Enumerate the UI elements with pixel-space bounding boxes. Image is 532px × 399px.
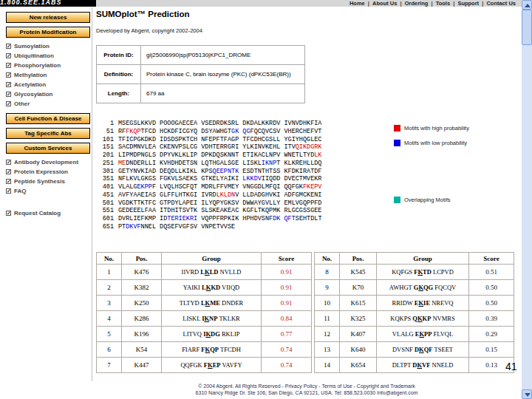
logo-text: 1.800.SEE.1ABS	[0, 0, 96, 6]
sidebar-button-cell-function-disease[interactable]: Cell Function & Disease	[6, 113, 90, 124]
legend-color-swatch	[394, 125, 400, 132]
nav-link-about-us[interactable]: About Us	[372, 0, 397, 7]
cell-group: DVSNF DKQF TSEET	[377, 342, 469, 358]
checkbox-icon: ✓	[6, 53, 11, 58]
nav-link-ordering[interactable]: Ordering	[405, 0, 429, 7]
nav-link-home[interactable]: Home	[349, 0, 365, 7]
checkbox-icon: ✓	[6, 44, 11, 49]
nav-link-contact-us[interactable]: Contact Us	[486, 0, 516, 7]
scrollbar-thumb[interactable]	[522, 10, 532, 45]
cell-score: 0.50	[469, 296, 514, 311]
cell-group: IIVRD LKLD NVLLD	[162, 265, 262, 280]
table-header-row: No.Pos.GroupScore	[315, 253, 514, 265]
sequence-line: 51RFFKQPTFCD HCKDFICGYQ DSYAWHGTGK QGFQC…	[96, 128, 322, 136]
sidebar-item-protein-expression[interactable]: ✓Protein Expression	[6, 167, 90, 177]
cell-pos: K286	[122, 311, 162, 327]
sidebar-item-label: Glycosylation	[14, 91, 52, 98]
column-header-no: No.	[315, 253, 340, 265]
sidebar-item-peptide-synthesis[interactable]: ✓Peptide Synthesis	[6, 177, 90, 186]
cell-no: 5	[97, 327, 122, 342]
sidebar-item-label: Methylation	[14, 72, 47, 78]
cell-group: LITVQ IKDG RKLIP	[162, 327, 262, 342]
checkbox-icon: ✓	[6, 160, 11, 165]
cell-group: KQKPS QKKP NVMRS	[377, 311, 469, 327]
sidebar-item-ubiquitination[interactable]: ✓Ubiquitination	[6, 51, 90, 61]
sidebar-button-new-releases[interactable]: New releases	[6, 12, 90, 23]
cell-pos: K640	[340, 342, 377, 358]
sequence-line: 151SACDMNVLEA CKENVPSLCG VDHTERRGRI YLKI…	[96, 143, 322, 151]
arrow-down-icon	[525, 393, 531, 397]
info-value: gi|25006990|sp|P05130|KPC1_DROME	[141, 46, 305, 65]
legend-item-overlapping-motifs: Overlapping Motifs	[394, 197, 451, 203]
legend-label: Motifs with low probability	[404, 140, 467, 146]
cell-pos: K54	[122, 342, 162, 358]
sequence-residues: PTDKVFNNEL DQSEFVGFSV VNPETVVSE	[118, 223, 235, 231]
sequence-residues: VGDKTTKTFC GTPDYLAPEI ILYQPYGKSV DWWAYGV…	[118, 200, 321, 208]
sequence-line-number: 251	[96, 160, 114, 168]
checkbox-icon: ✓	[6, 169, 11, 174]
sidebar-item-request-catalog[interactable]: ✓Request Catalog	[6, 208, 90, 218]
slide-page-number: 41	[505, 361, 517, 372]
cell-pos: K476	[122, 265, 162, 280]
table-row: 11K325KQKPS QKKP NVMRS0.39	[315, 311, 514, 327]
column-header-group: Group	[377, 253, 469, 265]
cell-no: 13	[315, 342, 340, 358]
cell-pos: K615	[340, 296, 377, 311]
scrollbar[interactable]	[522, 0, 532, 399]
sequence-residues: DVRLIEFKMP IDTERIEKRI VQPPFRPKIK HPHDVSN…	[118, 215, 322, 223]
cell-score: 0.51	[469, 265, 514, 280]
cell-pos: K407	[340, 327, 377, 342]
slide: Home | About Us | Ordering | Tools | Sup…	[0, 0, 532, 399]
cell-group: YAIKI LKKD VIIQD	[162, 280, 262, 296]
sequence-line-number: 401	[96, 183, 114, 191]
legend-color-swatch	[394, 197, 400, 203]
info-row: Length:679 aa	[97, 84, 305, 103]
sidebar-item-glycosylation[interactable]: ✓Glycosylation	[6, 89, 90, 99]
sidebar-button-custom-services[interactable]: Custom Services	[6, 143, 90, 154]
table-row: 2K382YAIKI LKKD VIIQD0.91	[97, 280, 312, 296]
nav-link-tools[interactable]: Tools	[436, 0, 450, 7]
sidebar-item-methylation[interactable]: ✓Methylation	[6, 70, 90, 80]
column-header-pos: Pos.	[340, 253, 377, 265]
cell-group: LISKL IKNP TKLKR	[162, 311, 262, 327]
nav-separator: |	[450, 0, 457, 7]
cell-pos: K325	[340, 311, 377, 327]
checkbox-icon: ✓	[6, 82, 11, 87]
sequence-residues: GETYNVKIAD DEQDLLKIKL KPSQEEPNTK ESDTNTH…	[118, 168, 321, 176]
info-row: Protein ID:gi|25006990|sp|P05130|KPC1_DR…	[97, 46, 305, 65]
cell-no: 14	[315, 358, 340, 373]
sequence-residues: LIPMDPNGLS DPYVKLKLIP DPKDQSKNNT ETIKACL…	[118, 151, 321, 160]
sidebar-item-acetylation[interactable]: ✓Acetylation	[6, 80, 90, 89]
scroll-up-icon[interactable]	[522, 0, 532, 10]
sidebar-item-sumoylation[interactable]: ✓Sumoylation	[6, 41, 90, 51]
cell-group: DLTPT DKVF NNELD	[377, 358, 469, 373]
checkbox-icon: ✓	[6, 211, 11, 216]
sequence-line: 351NFLKVLGKGS FGKVLSAEKS GTKELYAIKI LKKD…	[96, 175, 322, 183]
cell-score: 0.91	[262, 265, 312, 280]
cell-group: VLALG EKPP FLVQL	[377, 327, 469, 342]
footer-line-2: 6310 Nancy Ridge Dr. Ste 106, San Diego,…	[96, 389, 517, 396]
footer: © 2004 Abgent. All Rights Reserved - Pri…	[96, 383, 517, 396]
sequence-line: 651PTDKVFNNEL DQSEFVGFSV VNPETVVSE	[96, 223, 322, 231]
sidebar: New releasesProtein Modification✓Sumoyla…	[6, 12, 90, 218]
cell-no: 10	[315, 296, 340, 311]
cell-no: 6	[97, 342, 122, 358]
cell-pos: K447	[122, 358, 162, 373]
sidebar-item-other[interactable]: ✓Other	[6, 99, 90, 109]
column-header-pos: Pos.	[122, 253, 162, 265]
sidebar-item-label: Other	[14, 100, 30, 107]
sequence-residues: VLALGEKPPF LVQLHSCFQT MDRLFFVMEY VNGGDLM…	[118, 183, 321, 191]
sidebar-button-protein-modification[interactable]: Protein Modification	[6, 27, 90, 38]
sidebar-item-faq[interactable]: ✓FAQ	[6, 186, 90, 196]
sidebar-item-phosphorylation[interactable]: ✓Phosphorylation	[6, 61, 90, 70]
cell-group: AWHGT GKQG FQCQV	[377, 280, 469, 296]
scroll-down-icon[interactable]	[522, 389, 532, 399]
checkbox-icon: ✓	[6, 101, 11, 106]
sidebar-button-tag-specific-abs[interactable]: Tag Specific Abs	[6, 128, 90, 139]
sidebar-item-antibody-development[interactable]: ✓Antibody Development	[6, 157, 90, 167]
sequence-line-number: 351	[96, 175, 114, 183]
nav-link-support[interactable]: Support	[457, 0, 479, 7]
sidebar-item-label: Ubiquitination	[14, 52, 54, 59]
nav-separator: |	[397, 0, 404, 7]
column-header-group: Group	[162, 253, 262, 265]
